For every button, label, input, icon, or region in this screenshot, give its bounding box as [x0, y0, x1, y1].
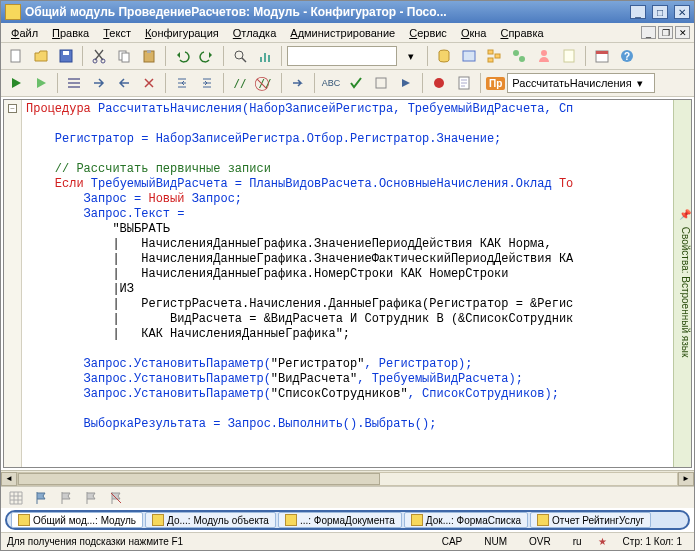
status-num: NUM [478, 536, 513, 547]
objects-button[interactable] [508, 45, 530, 67]
uncomment-button[interactable]: //⃠ [254, 72, 276, 94]
scroll-thumb[interactable] [18, 473, 380, 485]
menu-service[interactable]: Сервис [403, 25, 453, 41]
window-tab-2[interactable]: ...: ФормаДокумента [278, 512, 402, 528]
cut-button[interactable] [88, 45, 110, 67]
calendar-button[interactable] [591, 45, 613, 67]
code-editor[interactable]: Процедура РассчитатьНачисления(НаборЗапи… [22, 100, 673, 467]
indent-left-button[interactable] [171, 72, 193, 94]
config-button[interactable] [458, 45, 480, 67]
undo-button[interactable] [171, 45, 193, 67]
flag-prev-icon[interactable] [55, 487, 77, 509]
step-button[interactable] [395, 72, 417, 94]
module-icon [285, 514, 297, 526]
mdi-restore-button[interactable]: ❐ [658, 26, 673, 39]
syntax-tools-button[interactable] [370, 72, 392, 94]
svg-point-30 [434, 78, 444, 88]
menu-file[interactable]: Файл [5, 25, 44, 41]
help-button[interactable]: ? [616, 45, 638, 67]
folding-gutter[interactable]: − [4, 100, 22, 467]
procedure-selector[interactable]: Пр [486, 73, 626, 93]
svg-point-19 [519, 56, 525, 62]
bookmark-clear-button[interactable] [138, 72, 160, 94]
svg-rect-0 [11, 50, 20, 62]
grid-icon[interactable] [5, 487, 27, 509]
menu-windows[interactable]: Окна [455, 25, 493, 41]
app-icon [5, 4, 21, 20]
window-tab-label: Отчет РейтингУслуг [552, 515, 644, 526]
svg-rect-16 [488, 58, 493, 62]
flag-blue-icon[interactable] [30, 487, 52, 509]
mdi-minimize-button[interactable]: _ [641, 26, 656, 39]
copy-button[interactable] [113, 45, 135, 67]
run-debug-button[interactable] [5, 72, 27, 94]
pin-icon[interactable]: 📌 [679, 209, 691, 220]
status-position: Стр: 1 Кол: 1 [617, 536, 688, 547]
comment-button[interactable]: // [229, 72, 251, 94]
close-button[interactable]: ✕ [674, 5, 690, 19]
breakpoint-button[interactable] [428, 72, 450, 94]
open-button[interactable] [30, 45, 52, 67]
bookmark-button[interactable] [63, 72, 85, 94]
svg-point-18 [513, 50, 519, 56]
users-button[interactable] [533, 45, 555, 67]
menu-help[interactable]: Справка [494, 25, 549, 41]
db-button[interactable] [433, 45, 455, 67]
window-tab-4[interactable]: Отчет РейтингУслуг [530, 512, 651, 528]
maximize-button[interactable]: □ [652, 5, 668, 19]
menubar: Файл Правка Текст Конфигурация Отладка А… [1, 23, 694, 43]
template-button[interactable] [453, 72, 475, 94]
bookmark-prev-button[interactable] [113, 72, 135, 94]
scroll-track[interactable] [17, 472, 678, 486]
scroll-left-button[interactable]: ◄ [1, 472, 17, 486]
procedure-dropdown-button[interactable]: ▾ [629, 72, 651, 94]
find-button[interactable] [229, 45, 251, 67]
window-tab-1[interactable]: До...: Модуль объекта [145, 512, 276, 528]
svg-rect-15 [488, 50, 493, 54]
mdi-close-button[interactable]: ✕ [675, 26, 690, 39]
script-button[interactable] [558, 45, 580, 67]
bookmark-next-button[interactable] [88, 72, 110, 94]
window-tab-3[interactable]: Док...: ФормаСписка [404, 512, 528, 528]
window-tab-label: Общий мод...: Модуль [33, 515, 136, 526]
flag-next-icon[interactable] [80, 487, 102, 509]
indent-right-button[interactable] [196, 72, 218, 94]
search-input[interactable] [287, 46, 397, 66]
svg-rect-10 [260, 57, 262, 62]
minimize-button[interactable]: _ [630, 5, 646, 19]
horizontal-scrollbar[interactable]: ◄ ► [1, 470, 694, 486]
save-button[interactable] [55, 45, 77, 67]
module-icon [152, 514, 164, 526]
run-alt-button[interactable] [30, 72, 52, 94]
menu-admin[interactable]: Администрирование [284, 25, 401, 41]
menu-edit[interactable]: Правка [46, 25, 95, 41]
window-tabs: Общий мод...: МодульДо...: Модуль объект… [5, 510, 690, 530]
new-button[interactable] [5, 45, 27, 67]
svg-rect-21 [564, 50, 574, 62]
menu-config[interactable]: Конфигурация [139, 25, 225, 41]
flag-clear-icon[interactable] [105, 487, 127, 509]
status-lang[interactable]: ru [567, 536, 588, 547]
scroll-right-button[interactable]: ► [678, 472, 694, 486]
goto-line-button[interactable] [287, 72, 309, 94]
syntax-abc-button[interactable]: ABC [320, 72, 342, 94]
fold-toggle-icon[interactable]: − [8, 104, 17, 113]
menu-text[interactable]: Текст [97, 25, 137, 41]
toolbar-debug: // //⃠ ABC Пр ▾ [1, 70, 694, 97]
tree-button[interactable] [483, 45, 505, 67]
svg-rect-26 [68, 78, 80, 80]
paste-button[interactable] [138, 45, 160, 67]
properties-panel-tab[interactable]: 📌 Свойства: Встроенный язык [673, 100, 691, 467]
status-hint: Для получения подсказки нажмите F1 [7, 536, 426, 547]
window-tab-0[interactable]: Общий мод...: Модуль [11, 512, 143, 528]
menu-debug[interactable]: Отладка [227, 25, 283, 41]
svg-rect-17 [495, 54, 500, 58]
svg-rect-8 [147, 50, 151, 53]
toolbar-bottom [1, 486, 694, 508]
syntax-check-button[interactable] [345, 72, 367, 94]
redo-button[interactable] [196, 45, 218, 67]
search-dropdown-button[interactable]: ▾ [400, 45, 422, 67]
chart-button[interactable] [254, 45, 276, 67]
svg-rect-28 [68, 86, 80, 88]
svg-rect-12 [268, 55, 270, 62]
